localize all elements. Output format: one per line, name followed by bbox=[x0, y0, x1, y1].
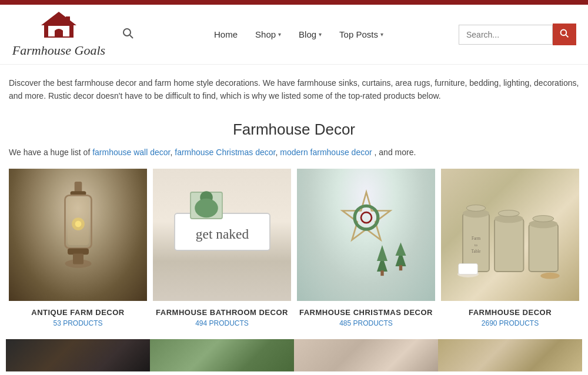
logo-text: Farmhouse Goals bbox=[12, 43, 105, 58]
logo[interactable]: Farmhouse Goals bbox=[12, 11, 106, 58]
product-card-antique[interactable]: ANTIQUE FARM DECOR 53 PRODUCTS bbox=[6, 169, 150, 339]
svg-marker-29 bbox=[377, 245, 387, 261]
link-christmas-decor[interactable]: farmhouse Christmas decor bbox=[175, 148, 275, 157]
svg-point-42 bbox=[532, 216, 553, 222]
nav-home[interactable]: Home bbox=[214, 29, 238, 39]
nav-blog[interactable]: Blog ▾ bbox=[299, 29, 322, 39]
top-posts-dropdown-arrow: ▾ bbox=[380, 31, 383, 38]
product-title-decor: FARMHOUSE DECOR bbox=[441, 308, 579, 317]
product-count-antique: 53 PRODUCTS bbox=[9, 319, 147, 327]
decor-canisters-svg: Farm to Table bbox=[452, 182, 569, 287]
product-image-decor: Farm to Table bbox=[441, 169, 579, 301]
svg-rect-30 bbox=[380, 270, 383, 276]
svg-line-5 bbox=[130, 35, 133, 38]
svg-marker-0 bbox=[41, 12, 76, 25]
logo-icon bbox=[35, 11, 82, 43]
product-image-christmas bbox=[297, 169, 435, 301]
product-partial-4 bbox=[438, 339, 582, 371]
svg-rect-37 bbox=[495, 219, 524, 272]
search-icon bbox=[560, 29, 569, 38]
svg-point-24 bbox=[361, 212, 372, 223]
svg-rect-40 bbox=[529, 224, 558, 272]
product-title-christmas: FARMHOUSE CHRISTMAS DECOR bbox=[297, 308, 435, 317]
svg-rect-3 bbox=[66, 16, 70, 25]
product-grid: ANTIQUE FARM DECOR 53 PRODUCTS get naked… bbox=[0, 169, 588, 339]
svg-rect-8 bbox=[74, 182, 82, 192]
svg-text:Table: Table bbox=[471, 249, 480, 254]
svg-marker-26 bbox=[395, 243, 406, 256]
links-line: We have a huge list of farmhouse wall de… bbox=[0, 148, 588, 169]
links-suffix: , and more. bbox=[375, 148, 416, 157]
svg-text:to: to bbox=[475, 243, 477, 247]
main-content: Discover the best farmhouse decor and fa… bbox=[0, 65, 588, 371]
product-count-decor: 2690 PRODUCTS bbox=[441, 319, 579, 327]
product-count-bathroom: 494 PRODUCTS bbox=[153, 319, 291, 327]
mobile-search-button[interactable] bbox=[118, 23, 139, 46]
svg-text:Farm: Farm bbox=[471, 236, 480, 241]
links-prefix: We have a huge list of bbox=[9, 148, 90, 157]
svg-point-45 bbox=[540, 273, 559, 279]
section-heading: Farmhouse Decor bbox=[0, 120, 588, 139]
hero-text: Discover the best farmhouse decor and fa… bbox=[0, 65, 588, 109]
svg-point-4 bbox=[123, 29, 131, 36]
antique-lantern-svg bbox=[52, 182, 105, 287]
search-area bbox=[459, 24, 576, 45]
search-input[interactable] bbox=[459, 25, 553, 45]
main-nav: Home Shop ▾ Blog ▾ Top Posts ▾ bbox=[151, 29, 447, 39]
svg-rect-44 bbox=[458, 264, 477, 274]
product-count-christmas: 485 PRODUCTS bbox=[297, 319, 435, 327]
product-title-bathroom: FARMHOUSE BATHROOM DECOR bbox=[153, 308, 291, 317]
product-grid-row2 bbox=[0, 339, 588, 371]
search-button[interactable] bbox=[553, 24, 576, 45]
shop-dropdown-arrow: ▾ bbox=[278, 31, 281, 38]
product-image-bathroom: get naked bbox=[153, 169, 291, 301]
bathroom-sign-svg: get naked bbox=[169, 182, 275, 287]
search-circle-icon bbox=[122, 28, 134, 39]
christmas-decor-svg bbox=[313, 182, 419, 287]
site-header: Farmhouse Goals Home Shop ▾ Blog ▾ Top P… bbox=[0, 5, 588, 65]
svg-point-6 bbox=[561, 30, 567, 36]
product-card-bathroom[interactable]: get naked FARMHOUSE BATHROOM DECOR 494 P… bbox=[150, 169, 294, 339]
svg-rect-27 bbox=[399, 265, 402, 270]
svg-marker-22 bbox=[342, 192, 390, 240]
product-card-decor[interactable]: Farm to Table F bbox=[438, 169, 582, 339]
svg-point-21 bbox=[195, 199, 218, 217]
svg-rect-16 bbox=[73, 254, 83, 264]
product-title-antique: ANTIQUE FARM DECOR bbox=[9, 308, 147, 317]
product-image-antique bbox=[9, 169, 147, 301]
svg-text:get naked: get naked bbox=[195, 226, 249, 242]
svg-line-7 bbox=[566, 35, 568, 37]
product-partial-3 bbox=[294, 339, 438, 371]
top-bar bbox=[0, 0, 588, 5]
link-modern-decor[interactable]: modern farmhouse decor bbox=[280, 148, 372, 157]
product-card-christmas[interactable]: FARMHOUSE CHRISTMAS DECOR 485 PRODUCTS bbox=[294, 169, 438, 339]
svg-point-13 bbox=[75, 221, 81, 227]
svg-point-23 bbox=[355, 206, 378, 230]
nav-shop[interactable]: Shop ▾ bbox=[255, 29, 281, 39]
blog-dropdown-arrow: ▾ bbox=[319, 31, 322, 38]
link-wall-decor[interactable]: farmhouse wall decor bbox=[92, 148, 170, 157]
nav-top-posts[interactable]: Top Posts ▾ bbox=[339, 29, 383, 39]
product-partial-1 bbox=[6, 339, 150, 371]
product-partial-2 bbox=[150, 339, 294, 371]
svg-point-39 bbox=[498, 210, 519, 217]
svg-point-33 bbox=[466, 205, 485, 212]
